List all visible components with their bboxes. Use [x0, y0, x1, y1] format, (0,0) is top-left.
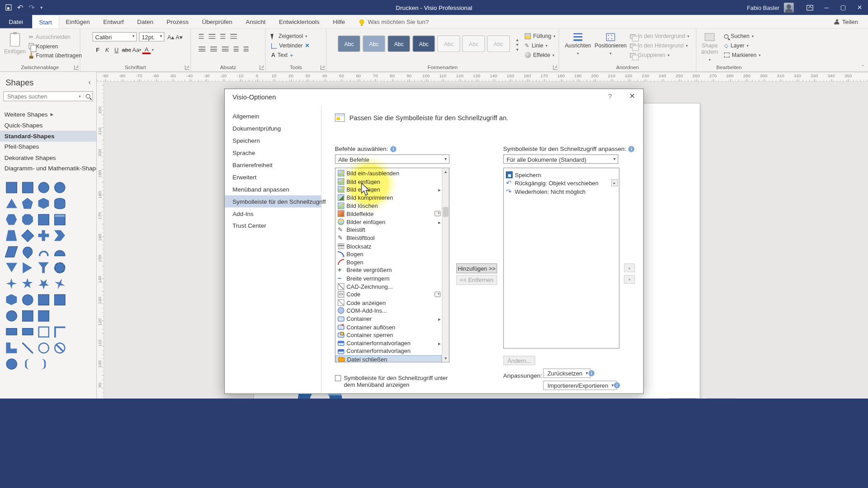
- command-item[interactable]: Breite verringern: [335, 274, 442, 282]
- qat-item[interactable]: Rückgängig: Objekt verschieben ▸: [504, 179, 619, 187]
- shape-master[interactable]: [35, 244, 52, 260]
- shape-master[interactable]: [3, 308, 19, 324]
- stencil-item[interactable]: Dekorative Shapes: [0, 152, 96, 163]
- options-nav-item[interactable]: Symbolleiste für den Schnellzugriff: [225, 195, 321, 207]
- format-painter-button[interactable]: Format übertragen: [29, 51, 82, 61]
- shape-master[interactable]: [35, 227, 52, 244]
- ribbon-tab[interactable]: Daten: [131, 15, 160, 28]
- align-left-icon[interactable]: [199, 47, 206, 52]
- ribbon-display-options-button[interactable]: [802, 0, 818, 15]
- shape-master[interactable]: [3, 259, 19, 276]
- dialog-launcher-icon[interactable]: [259, 65, 264, 70]
- numbering-icon[interactable]: [209, 34, 216, 39]
- indent-increase-icon[interactable]: [230, 34, 237, 39]
- add-button[interactable]: Hinzufügen >>: [456, 263, 497, 273]
- modify-button[interactable]: Ändern...: [503, 356, 535, 365]
- shape-master[interactable]: [3, 227, 19, 244]
- command-item[interactable]: CAD-Zeichnung...: [335, 282, 442, 291]
- command-item[interactable]: Code: [335, 291, 442, 299]
- search-options-icon[interactable]: ▾: [79, 94, 83, 99]
- info-icon[interactable]: i: [390, 146, 396, 152]
- align-button[interactable]: Ausrichten▾: [564, 30, 593, 56]
- move-down-button[interactable]: ▼: [624, 275, 635, 284]
- position-button[interactable]: Positionieren▾: [594, 30, 628, 56]
- redo-icon[interactable]: ↷: [29, 0, 35, 15]
- shape-master[interactable]: [52, 227, 68, 244]
- command-item[interactable]: Datei schließen: [335, 355, 442, 362]
- stencil-item[interactable]: Weitere Shapes ▶: [0, 109, 96, 120]
- italic-button[interactable]: K: [103, 45, 111, 54]
- shape-master[interactable]: [35, 291, 52, 308]
- fill-button[interactable]: Füllung▾: [525, 32, 556, 41]
- shape-style-thumbnail[interactable]: Abc: [487, 35, 510, 52]
- command-item[interactable]: Containerformatvorlagen: [335, 347, 442, 355]
- justify-icon[interactable]: [234, 47, 239, 52]
- shape-master[interactable]: [3, 324, 19, 340]
- command-item[interactable]: Bild komprimieren: [335, 193, 442, 202]
- ribbon-tab[interactable]: Ansicht: [239, 15, 273, 28]
- undo-icon[interactable]: ↶: [17, 0, 23, 15]
- bullets-icon[interactable]: [199, 34, 204, 39]
- shape-style-thumbnail[interactable]: Abc: [338, 35, 360, 52]
- tab-file[interactable]: Datei: [0, 15, 32, 28]
- gallery-down-icon[interactable]: ▼: [515, 42, 519, 47]
- ribbon-tab[interactable]: Entwurf: [97, 15, 131, 28]
- shape-style-thumbnail[interactable]: Abc: [437, 35, 460, 52]
- shape-master[interactable]: [19, 291, 36, 308]
- shape-master[interactable]: [19, 244, 36, 260]
- grow-font-button[interactable]: A▴: [167, 33, 175, 42]
- font-size-combo[interactable]: 12pt.: [139, 32, 164, 42]
- command-item[interactable]: Container sperren: [335, 331, 442, 339]
- shape-master[interactable]: [35, 324, 52, 340]
- ribbon-tab[interactable]: Prozess: [160, 15, 195, 28]
- choose-commands-dropdown[interactable]: Alle Befehle: [335, 155, 449, 164]
- shape-master[interactable]: [52, 195, 68, 211]
- shape-master[interactable]: [35, 340, 52, 356]
- user-avatar[interactable]: [784, 3, 794, 13]
- share-button[interactable]: Teilen: [825, 15, 868, 28]
- shape-master[interactable]: [3, 211, 19, 228]
- bold-button[interactable]: F: [94, 45, 102, 54]
- align-right-icon[interactable]: [222, 47, 229, 52]
- info-icon[interactable]: i: [589, 370, 594, 376]
- dialog-launcher-icon[interactable]: [185, 65, 189, 70]
- shape-master[interactable]: [3, 276, 19, 292]
- shape-master[interactable]: [52, 324, 68, 340]
- shape-master[interactable]: [35, 211, 52, 228]
- options-nav-item[interactable]: Allgemein: [225, 110, 321, 122]
- stencil-item[interactable]: Quick-Shapes: [0, 120, 96, 131]
- layers-button[interactable]: ◇Layer▾: [724, 41, 761, 51]
- pointer-tool-button[interactable]: Zeigertool▾: [271, 32, 310, 41]
- shape-master[interactable]: [3, 244, 19, 260]
- shape-master[interactable]: [52, 340, 68, 356]
- shape-master[interactable]: [35, 276, 52, 292]
- font-color-button[interactable]: A: [142, 45, 151, 54]
- command-item[interactable]: Bild löschen: [335, 202, 442, 210]
- options-nav-item[interactable]: Sprache: [225, 146, 321, 159]
- dropdown-arrow-icon[interactable]: ▸: [611, 179, 618, 187]
- shape-master[interactable]: [19, 227, 36, 244]
- options-nav-item[interactable]: Barrierefreiheit: [225, 159, 321, 171]
- shape-master[interactable]: [52, 179, 68, 196]
- strikethrough-button[interactable]: abc: [122, 45, 131, 54]
- shape-master[interactable]: [52, 291, 68, 308]
- command-item[interactable]: Container: [335, 314, 442, 323]
- shape-master[interactable]: [35, 259, 52, 276]
- shape-master[interactable]: [3, 356, 19, 372]
- shape-style-thumbnail[interactable]: Abc: [363, 35, 385, 52]
- collapse-panel-icon[interactable]: ‹: [88, 78, 90, 86]
- move-up-button[interactable]: ▲: [624, 263, 635, 272]
- shape-style-thumbnail[interactable]: Abc: [412, 35, 435, 52]
- paste-button[interactable]: Einfügen: [3, 30, 26, 54]
- shape-master[interactable]: [19, 259, 36, 276]
- collapse-ribbon-icon[interactable]: ⌃: [861, 64, 864, 69]
- user-name[interactable]: Fabio Basler: [747, 4, 779, 11]
- close-button[interactable]: ✕: [851, 0, 868, 15]
- underline-button[interactable]: U: [113, 45, 121, 54]
- find-button[interactable]: Suchen▾: [724, 32, 761, 41]
- commands-scrollbar[interactable]: ▲ ▼: [442, 168, 449, 362]
- connector-tool-button[interactable]: Verbinder✕: [271, 41, 310, 51]
- shape-master[interactable]: [19, 308, 36, 324]
- remove-button[interactable]: << Entfernen: [456, 275, 497, 285]
- customize-qat-dropdown[interactable]: Für alle Dokumente (Standard): [503, 155, 618, 164]
